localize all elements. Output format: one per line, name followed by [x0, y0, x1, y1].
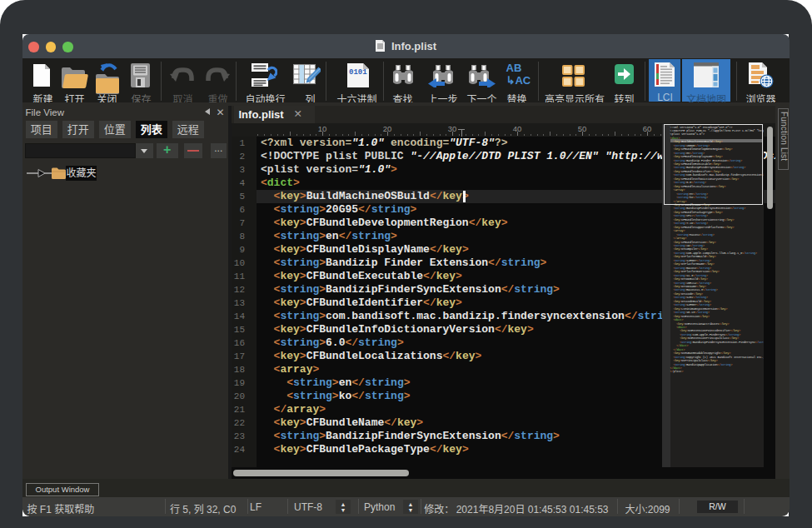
svg-text:0101: 0101 [349, 68, 367, 77]
